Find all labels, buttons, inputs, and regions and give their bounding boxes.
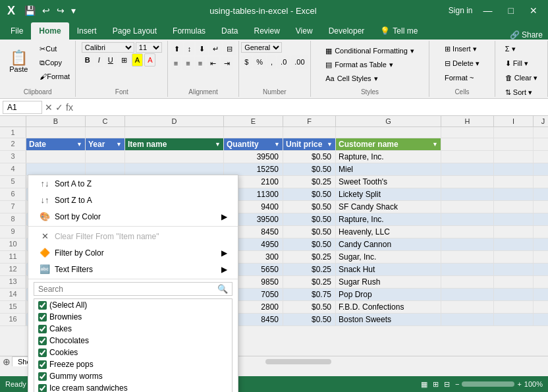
cell-i16[interactable] xyxy=(494,314,534,325)
check-select-all[interactable]: (Select All) xyxy=(34,299,232,311)
formula-input[interactable] xyxy=(76,101,545,113)
normal-view-icon[interactable]: ▦ xyxy=(421,380,427,389)
cell-c4[interactable] xyxy=(86,163,125,175)
cell-reference-input[interactable] xyxy=(3,101,42,114)
check-freeze-pops[interactable]: Freeze pops xyxy=(34,358,232,370)
cell-i5[interactable] xyxy=(494,176,534,188)
cell-i9[interactable] xyxy=(494,226,534,238)
currency-btn[interactable]: $ xyxy=(241,55,252,69)
checkbox-select-all[interactable] xyxy=(38,301,47,310)
cell-h6[interactable] xyxy=(441,188,494,200)
cell-c1[interactable] xyxy=(86,127,125,138)
cell-h2[interactable] xyxy=(441,138,494,150)
cell-g5[interactable]: Sweet Tooth's xyxy=(336,176,441,188)
undo-icon[interactable]: ↩ xyxy=(40,4,52,17)
checkbox-list[interactable]: (Select All) Brownies Cakes Chocolates C… xyxy=(34,298,233,392)
cell-i2[interactable] xyxy=(494,138,534,150)
customer-dropdown-arrow[interactable]: ▼ xyxy=(432,141,438,148)
cell-g7[interactable]: SF Candy Shack xyxy=(336,201,441,213)
cell-i15[interactable] xyxy=(494,301,534,313)
cell-i12[interactable] xyxy=(494,264,534,275)
wrap-text-btn[interactable]: ↵ xyxy=(209,42,222,55)
col-header-j[interactable]: J xyxy=(534,116,548,126)
tab-review[interactable]: Review xyxy=(246,22,287,40)
cell-j13[interactable] xyxy=(534,276,548,288)
cell-j16[interactable] xyxy=(534,314,548,325)
unit-price-dropdown-arrow[interactable]: ▼ xyxy=(327,141,333,148)
cell-f11[interactable]: $0.25 xyxy=(283,251,336,263)
italic-btn[interactable]: I xyxy=(95,53,103,67)
cell-h16[interactable] xyxy=(441,314,494,325)
cell-h13[interactable] xyxy=(441,276,494,288)
add-sheet-btn[interactable]: ⊕ xyxy=(3,356,11,367)
cell-g14[interactable]: Pop Drop xyxy=(336,289,441,300)
h-scrollbar-thumb[interactable] xyxy=(265,359,331,364)
header-date[interactable]: Date ▼ xyxy=(26,138,86,150)
cell-f14[interactable]: $0.75 xyxy=(283,289,336,300)
col-header-e[interactable]: E xyxy=(224,116,283,126)
cell-j9[interactable] xyxy=(534,226,548,238)
cell-e1[interactable] xyxy=(224,127,283,138)
copy-btn[interactable]: ⧉ Copy xyxy=(36,56,73,69)
col-header-i[interactable]: I xyxy=(494,116,534,126)
tab-insert[interactable]: Insert xyxy=(69,22,105,40)
insert-btn[interactable]: ⊞ Insert ▾ xyxy=(441,42,480,55)
align-bottom-btn[interactable]: ⬇ xyxy=(196,42,208,55)
autosum-btn[interactable]: Σ ▾ xyxy=(502,42,519,55)
save-icon[interactable]: 💾 xyxy=(22,4,38,17)
cell-j14[interactable] xyxy=(534,289,548,300)
checkbox-ice-cream[interactable] xyxy=(38,384,47,393)
cell-h14[interactable] xyxy=(441,289,494,300)
cell-g6[interactable]: Lickety Split xyxy=(336,188,441,200)
cell-d1[interactable] xyxy=(125,127,224,138)
cell-g4[interactable]: Miel xyxy=(336,163,441,175)
customize-icon[interactable]: ▾ xyxy=(69,4,78,17)
cell-j4[interactable] xyxy=(534,163,548,175)
text-filters-item[interactable]: 🔤 Text Filters ▶ xyxy=(28,261,238,277)
cell-h9[interactable] xyxy=(441,226,494,238)
check-cakes[interactable]: Cakes xyxy=(34,323,232,335)
cell-d4[interactable] xyxy=(125,163,224,175)
cell-h12[interactable] xyxy=(441,264,494,275)
tab-tell-me[interactable]: 💡Tell me xyxy=(372,22,425,40)
col-header-b[interactable]: B xyxy=(26,116,86,126)
header-customer-name[interactable]: Customer name ▼ xyxy=(336,138,441,150)
comma-btn[interactable]: , xyxy=(267,55,276,69)
cell-j8[interactable] xyxy=(534,213,548,225)
col-header-d[interactable]: D xyxy=(125,116,224,126)
number-format-select[interactable]: General xyxy=(241,42,282,53)
cell-f1[interactable] xyxy=(283,127,336,138)
header-quantity[interactable]: Quantity ▼ xyxy=(224,138,283,150)
col-header-g[interactable]: G xyxy=(336,116,441,126)
cell-g9[interactable]: Heavenly, LLC xyxy=(336,226,441,238)
cell-i3[interactable] xyxy=(494,151,534,163)
underline-btn[interactable]: U xyxy=(105,53,117,67)
cell-h11[interactable] xyxy=(441,251,494,263)
font-color-btn[interactable]: A xyxy=(144,53,155,67)
format-as-table-btn[interactable]: ▤ Format as Table ▾ xyxy=(321,59,398,71)
header-year[interactable]: Year ▼ xyxy=(86,138,125,150)
sort-az-item[interactable]: ↑↓ Sort A to Z xyxy=(28,175,238,192)
increase-indent-btn[interactable]: ⇥ xyxy=(221,57,233,70)
cell-f13[interactable]: $0.25 xyxy=(283,276,336,288)
cell-e4[interactable]: 15250 xyxy=(224,163,283,175)
cell-h15[interactable] xyxy=(441,301,494,313)
sort-by-color-item[interactable]: 🎨 Sort by Color ▶ xyxy=(28,208,238,225)
tab-view[interactable]: View xyxy=(288,22,321,40)
align-center-btn[interactable]: ≡ xyxy=(182,57,193,70)
font-size-select[interactable]: 11 xyxy=(136,42,162,53)
checkbox-freeze-pops[interactable] xyxy=(38,360,47,369)
col-header-c[interactable]: C xyxy=(86,116,125,126)
cell-j15[interactable] xyxy=(534,301,548,313)
quantity-dropdown-arrow[interactable]: ▼ xyxy=(274,141,280,148)
tab-page-layout[interactable]: Page Layout xyxy=(105,22,165,40)
page-break-icon[interactable]: ⊟ xyxy=(444,380,450,389)
cell-j12[interactable] xyxy=(534,264,548,275)
cell-f9[interactable]: $0.50 xyxy=(283,226,336,238)
cell-g1[interactable] xyxy=(336,127,441,138)
cell-h3[interactable] xyxy=(441,151,494,163)
cell-j10[interactable] xyxy=(534,238,548,250)
cell-b1[interactable] xyxy=(26,127,86,138)
redo-icon[interactable]: ↪ xyxy=(55,4,67,17)
sort-za-item[interactable]: ↓↑ Sort Z to A xyxy=(28,192,238,208)
